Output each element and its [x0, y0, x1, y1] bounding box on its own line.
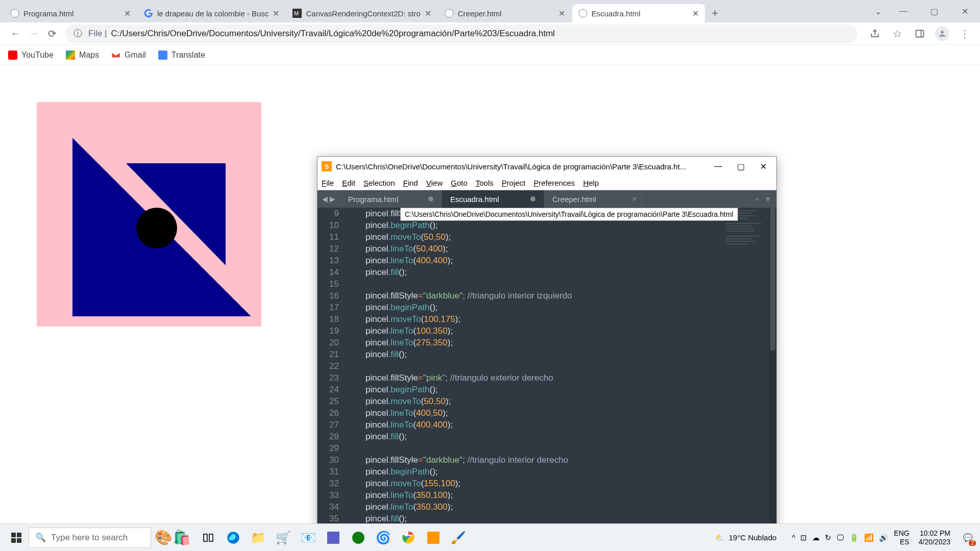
minimap[interactable] — [723, 208, 769, 551]
sublime-tab-close-icon[interactable]: ✕ — [631, 195, 638, 203]
tab-close-icon[interactable]: ✕ — [558, 9, 565, 18]
taskbar-shopping-icon[interactable]: 🛍️ — [173, 529, 191, 547]
address-bar: ← → ⟳ ⓘ File | C:/Users/Chris/OneDrive/D… — [0, 22, 980, 45]
bookmark-maps[interactable]: Maps — [66, 51, 99, 60]
code-editor[interactable]: pincel.fillStylepincel.beginPath();pince… — [344, 208, 776, 551]
tab-title: Programa.html — [23, 9, 120, 18]
sublime-tab-bar: ◀ ▶ Programa.htmlEscuadra.htmlCreeper.ht… — [317, 190, 776, 208]
taskbar-highlight-icon[interactable]: 🎨 — [154, 529, 173, 547]
sublime-maximize-button[interactable]: ▢ — [734, 162, 747, 171]
tray-display-icon[interactable]: 🖵 — [837, 533, 844, 542]
weather-icon: ⛅ — [715, 533, 725, 542]
tab-close-icon[interactable]: ✕ — [124, 9, 131, 18]
tray-volume-icon[interactable]: 🔊 — [879, 533, 889, 542]
bookmark-star-icon[interactable]: ☆ — [888, 24, 906, 43]
line-number-gutter[interactable]: 9101112131415161718192021222324252627282… — [317, 208, 344, 551]
tray-meet-icon[interactable]: ⊡ — [800, 533, 807, 542]
sublime-menu-item[interactable]: Help — [583, 179, 599, 187]
svg-rect-21 — [726, 231, 754, 232]
sublime-tab-dropdown-icon[interactable]: ▼ — [764, 195, 771, 203]
svg-rect-20 — [726, 228, 754, 229]
tray-update-icon[interactable]: ↻ — [825, 533, 831, 542]
taskbar-search[interactable]: 🔍 Type here to search — [29, 528, 151, 548]
tab-title: Creeper.html — [458, 9, 554, 18]
sublime-taskbar-icon[interactable] — [424, 529, 443, 547]
sublime-editor-body: 9101112131415161718192021222324252627282… — [317, 208, 776, 551]
sublime-menu-item[interactable]: Goto — [451, 179, 468, 187]
sublime-new-tab-icon[interactable]: + — [755, 195, 759, 203]
sublime-window: S C:\Users\Chris\OneDrive\Documentos\Uni… — [317, 156, 777, 551]
tab-close-icon[interactable]: ✕ — [273, 9, 279, 18]
profile-avatar[interactable] — [933, 24, 951, 43]
sublime-menu-item[interactable]: View — [426, 179, 443, 187]
modified-dot-icon — [428, 196, 433, 202]
sublime-menu-item[interactable]: Edit — [342, 179, 355, 187]
bookmark-gmail[interactable]: Gmail — [111, 51, 146, 60]
browser-tab[interactable]: le drapeau de la colombie - Busc✕ — [138, 4, 285, 22]
tab-close-icon[interactable]: ✕ — [692, 9, 699, 18]
browser-tab[interactable]: MCanvasRenderingContext2D: stro✕ — [286, 4, 437, 22]
tray-onedrive-icon[interactable]: ☁ — [812, 533, 820, 542]
tab-close-icon[interactable]: ✕ — [425, 9, 431, 18]
sublime-titlebar[interactable]: S C:\Users\Chris\OneDrive\Documentos\Uni… — [317, 157, 776, 176]
start-button[interactable] — [10, 532, 22, 544]
side-panel-icon[interactable] — [911, 24, 929, 43]
tray-wifi-icon[interactable]: 📶 — [864, 533, 874, 542]
weather-widget[interactable]: ⛅ 19°C Nublado — [715, 533, 777, 542]
sublime-menu-item[interactable]: Preferences — [533, 179, 575, 187]
svg-rect-29 — [17, 538, 21, 543]
app-icon-1[interactable] — [324, 529, 342, 547]
notifications-icon[interactable]: 💬2 — [960, 530, 976, 546]
sublime-menu-item[interactable]: Project — [502, 179, 526, 187]
sublime-minimize-button[interactable]: — — [712, 162, 724, 171]
sublime-tab-nav[interactable]: ◀ ▶ — [317, 190, 340, 208]
browser-tab[interactable]: Programa.html✕ — [4, 4, 137, 22]
chrome-icon[interactable] — [399, 529, 418, 547]
url-input[interactable]: ⓘ File | C:/Users/Chris/OneDrive/Documen… — [65, 24, 857, 43]
microsoft-store-icon[interactable]: 🛒 — [274, 529, 292, 547]
paint-icon[interactable]: 🖌️ — [449, 529, 468, 547]
sublime-app-icon: S — [322, 161, 332, 171]
svg-rect-5 — [916, 30, 924, 37]
file-explorer-icon[interactable]: 📁 — [249, 529, 267, 547]
browser-tab[interactable]: Creeper.html✕ — [438, 4, 571, 22]
close-window-button[interactable]: ✕ — [949, 0, 980, 22]
tray-chevron-icon[interactable]: ^ — [792, 533, 795, 542]
language-indicator[interactable]: ENG ES — [894, 529, 909, 546]
back-button[interactable]: ← — [6, 24, 24, 43]
tray-battery-icon[interactable]: 🔋 — [849, 533, 859, 542]
sublime-menu-item[interactable]: Find — [403, 179, 418, 187]
task-view-icon[interactable] — [199, 529, 217, 547]
sublime-tab[interactable]: Programa.html — [340, 190, 442, 208]
sublime-menu-item[interactable]: File — [322, 179, 334, 187]
svg-rect-30 — [204, 534, 207, 541]
sublime-close-button[interactable]: ✕ — [757, 162, 769, 171]
edge-icon[interactable] — [224, 529, 242, 547]
xbox-icon[interactable] — [349, 529, 368, 547]
browser-tab[interactable]: Escuadra.html✕ — [572, 4, 705, 22]
tab-favicon: M — [292, 9, 302, 18]
page-viewport: S C:\Users\Chris\OneDrive\Documentos\Uni… — [0, 65, 980, 523]
share-icon[interactable] — [866, 24, 884, 43]
svg-rect-23 — [726, 238, 751, 239]
clock[interactable]: 10:02 PM 4/20/2023 — [915, 529, 954, 546]
sublime-menu-item[interactable]: Tools — [476, 179, 494, 187]
reload-button[interactable]: ⟳ — [43, 24, 61, 43]
svg-rect-19 — [726, 226, 751, 227]
mail-icon[interactable]: 📧 — [299, 529, 317, 547]
editor-scrollbar[interactable] — [769, 208, 776, 551]
site-info-icon[interactable]: ⓘ — [74, 28, 82, 39]
sublime-tab[interactable]: Escuadra.html — [442, 190, 544, 208]
bookmark-translate[interactable]: Translate — [158, 51, 205, 60]
bookmark-youtube[interactable]: YouTube — [8, 51, 54, 60]
new-tab-button[interactable]: + — [706, 4, 724, 22]
sublime-menu-item[interactable]: Selection — [363, 179, 395, 187]
tab-overflow-icon[interactable]: ⌄ — [868, 0, 888, 22]
minimize-button[interactable]: — — [888, 0, 919, 22]
svg-rect-18 — [726, 223, 762, 224]
sublime-tab[interactable]: Creeper.html✕ — [544, 190, 646, 208]
chrome-menu-icon[interactable]: ⋮ — [955, 24, 974, 43]
copilot-icon[interactable]: 🌀 — [374, 529, 393, 547]
forward-button[interactable]: → — [24, 24, 43, 43]
maximize-button[interactable]: ▢ — [919, 0, 949, 22]
